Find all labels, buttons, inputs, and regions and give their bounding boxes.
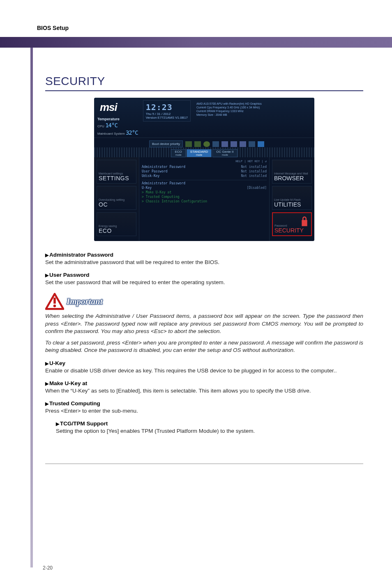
boot-device-icon[interactable] xyxy=(221,141,228,147)
nav-title: SECURITY xyxy=(274,227,309,234)
clock-panel: 12:23 Thu 5 / 31 / 2012 Version E7721AMS… xyxy=(143,100,191,122)
cpu-temp-value: 14°C xyxy=(105,122,118,129)
item-admin-password-desc: Set the administrative password that wil… xyxy=(45,259,363,266)
nav-security[interactable]: Password SECURITY xyxy=(272,212,312,236)
menu-value: Not installed xyxy=(241,170,267,173)
left-nav: Mainboard settings SETTINGS Overclocking… xyxy=(94,157,139,241)
side-band xyxy=(30,48,33,567)
item-tcg-title: ▶TCG/TPM Support xyxy=(56,420,363,427)
tab-standard-mode[interactable]: STANDARDmode xyxy=(187,149,212,157)
menu-item[interactable]: User Password xyxy=(142,170,168,173)
nav-title: OC xyxy=(99,201,134,208)
svg-rect-1 xyxy=(53,298,56,304)
nav-hint: Mainboard settings xyxy=(99,172,134,175)
item-ukey-title: ▶U-Key xyxy=(45,360,363,366)
nav-browser[interactable]: Internet Message and Mail BROWSER xyxy=(272,160,312,184)
svg-point-2 xyxy=(53,305,56,307)
nav-title: SETTINGS xyxy=(99,175,134,181)
nav-hint: Energy saving xyxy=(99,225,134,227)
menu-value: Not installed xyxy=(241,165,267,169)
nav-hint: Live Update M-Flash xyxy=(274,198,310,201)
item-trusted-title: ▶Trusted Computing xyxy=(45,400,363,407)
tab-eco-mode[interactable]: ECOmode xyxy=(171,149,185,157)
nav-utilities[interactable]: Live Update M-Flash UTILITIES xyxy=(272,186,312,210)
item-make-ukey-title: ▶Make U-Key at xyxy=(45,380,363,386)
item-make-ukey-desc: When the “U-Key” as sets to [Enabled], t… xyxy=(45,387,363,395)
item-admin-password-title: ▶Administrator Password xyxy=(45,252,363,258)
boot-priority-button[interactable]: Boot device priority xyxy=(149,140,183,147)
item-user-password-title: ▶User Password xyxy=(45,272,363,278)
item-tcg-desc: Setting the option to [Yes] enables TPM … xyxy=(56,427,363,435)
clock-date: Thu 5 / 31 / 2012 xyxy=(146,112,188,116)
sysinfo-line: AMD A10-5700 APU with Radeon(tm) HD Grap… xyxy=(196,102,262,106)
important-label: Important xyxy=(67,296,103,307)
cpu-label: CPU xyxy=(97,124,104,128)
tab-ocgenie-mode[interactable]: OC Genie IImode xyxy=(212,149,237,157)
nav-title: BROWSER xyxy=(274,175,310,181)
sysinfo-line: Current DRAM Frequency 1333 MHz xyxy=(196,109,262,113)
boot-device-icon[interactable] xyxy=(231,141,237,147)
submenu-item[interactable]: > Chassis Intrusion Configuration xyxy=(142,200,207,203)
security-menu: HELP | HOT KEY | ↺ Administrator Passwor… xyxy=(139,157,269,241)
temperature-label: Temperature xyxy=(97,117,138,121)
menu-value: Not installed xyxy=(241,174,267,178)
bios-version: Version E7721AMS V1.0B17 xyxy=(146,116,188,119)
menu-item[interactable]: Administrator Password xyxy=(142,165,185,169)
menu-item[interactable]: U-Key xyxy=(142,186,152,190)
nav-settings[interactable]: Mainboard settings SETTINGS xyxy=(97,160,136,184)
nav-title: ECO xyxy=(99,227,134,234)
sys-temp-value: 32°C xyxy=(126,129,138,136)
help-bar[interactable]: HELP | HOT KEY | ↺ xyxy=(142,160,267,163)
boot-device-icon[interactable] xyxy=(249,141,255,147)
boot-device-icon[interactable] xyxy=(185,141,192,147)
submenu-item[interactable]: > Make U-Key at xyxy=(142,191,171,194)
sysinfo-line: Memory Size : 2048 MB xyxy=(196,113,262,117)
boot-device-icon[interactable] xyxy=(194,141,201,147)
menu-header: Administrator Password xyxy=(142,181,185,185)
page-header: BIOS Setup xyxy=(25,25,367,31)
msi-logo: msi xyxy=(97,100,138,115)
page-number: 2-20 xyxy=(43,565,53,571)
important-callout: Important xyxy=(45,293,363,310)
important-note-2: To clear a set password, press <Enter> w… xyxy=(45,339,363,354)
nav-oc[interactable]: Overclocking setting OC xyxy=(97,186,136,210)
boot-device-icon[interactable] xyxy=(240,141,246,147)
header-band xyxy=(0,37,392,48)
warning-icon xyxy=(45,293,64,310)
bios-screenshot: F12 Language X msi Temperature CPU 14°C … xyxy=(94,98,314,241)
lock-icon xyxy=(300,216,309,226)
sys-label: Mainboard System xyxy=(97,132,125,136)
temperature-panel: Temperature CPU 14°C Mainboard System 32… xyxy=(97,117,138,136)
sysinfo-line: Current Cpu Frequency 3.40 GHz (100 x 34… xyxy=(196,106,262,109)
submenu-item[interactable]: > Trusted Computing xyxy=(142,195,180,199)
menu-value[interactable]: [Disabled] xyxy=(247,186,267,190)
item-trusted-desc: Press <Enter> to enter the sub-menu. xyxy=(45,407,363,415)
boot-device-icon[interactable] xyxy=(203,141,210,147)
footer-rule xyxy=(45,464,363,464)
right-nav: Internet Message and Mail BROWSER Live U… xyxy=(269,157,314,241)
nav-title: UTILITIES xyxy=(274,201,310,208)
nav-eco[interactable]: Energy saving ECO xyxy=(97,212,136,236)
item-user-password-desc: Set the user password that will be requi… xyxy=(45,279,363,286)
nav-hint: Internet Message and Mail xyxy=(274,172,310,175)
nav-hint: Overclocking setting xyxy=(99,198,134,201)
boot-device-icon[interactable] xyxy=(212,141,219,147)
clock-time: 12:23 xyxy=(146,102,188,112)
boot-device-icon[interactable] xyxy=(258,141,264,147)
important-note-1: When selecting the Administrative / User… xyxy=(45,312,363,335)
item-ukey-desc: Enable or disable USB driver device as k… xyxy=(45,367,363,374)
menu-item[interactable]: Udisk-Key xyxy=(142,174,159,178)
page-title: SECURITY xyxy=(45,75,363,91)
mode-tabs: ECOmode STANDARDmode OC Genie IImode xyxy=(94,147,314,157)
system-info: AMD A10-5700 APU with Radeon(tm) HD Grap… xyxy=(194,100,262,117)
